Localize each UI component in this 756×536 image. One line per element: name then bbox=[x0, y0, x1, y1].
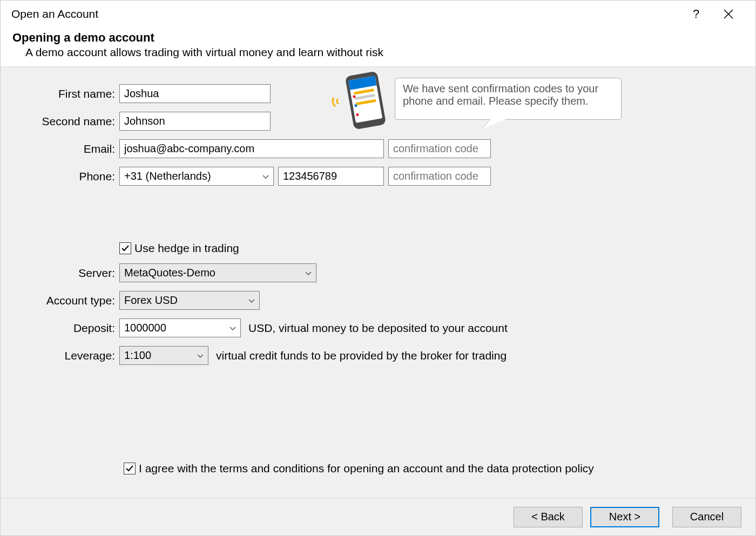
agree-checkbox[interactable] bbox=[124, 463, 136, 474]
server-select[interactable]: MetaQuotes-Demo bbox=[119, 263, 316, 282]
hedge-label: Use hedge in trading bbox=[134, 242, 239, 255]
chevron-down-icon bbox=[305, 269, 312, 277]
email-label: Email: bbox=[1, 143, 119, 155]
header-title: Opening a demo account bbox=[12, 31, 745, 45]
leverage-label: Leverage: bbox=[1, 349, 119, 362]
deposit-select[interactable]: 1000000 bbox=[119, 318, 241, 337]
second-name-label: Second name: bbox=[1, 115, 119, 128]
phone-label: Phone: bbox=[1, 170, 119, 183]
phone-confirmation-code-input[interactable] bbox=[388, 167, 491, 186]
server-label: Server: bbox=[1, 267, 119, 280]
phone-number-input[interactable] bbox=[278, 167, 384, 186]
dialog-header: Opening a demo account A demo account al… bbox=[1, 28, 755, 66]
next-button[interactable]: Next > bbox=[590, 507, 659, 527]
cancel-button[interactable]: Cancel bbox=[672, 507, 741, 527]
account-type-label: Account type: bbox=[1, 294, 119, 307]
close-icon[interactable] bbox=[712, 9, 745, 19]
deposit-label: Deposit: bbox=[1, 322, 119, 335]
chevron-down-icon bbox=[197, 351, 204, 360]
dialog-body: We have sent confirmation codes to your … bbox=[1, 67, 755, 498]
chevron-down-icon bbox=[262, 172, 269, 181]
title-bar: Open an Account ? bbox=[1, 1, 755, 28]
window-title: Open an Account bbox=[11, 8, 98, 21]
dialog-footer: < Back Next > Cancel bbox=[1, 498, 755, 535]
header-subtitle: A demo account allows trading with virtu… bbox=[25, 46, 745, 59]
leverage-hint: virtual credit funds to be provided by t… bbox=[216, 349, 507, 362]
back-button[interactable]: < Back bbox=[514, 507, 583, 527]
deposit-hint: USD, virtual money to be deposited to yo… bbox=[248, 322, 508, 335]
agree-label: I agree with the terms and conditions fo… bbox=[139, 462, 594, 475]
leverage-select[interactable]: 1:100 bbox=[119, 346, 208, 365]
first-name-input[interactable] bbox=[119, 84, 271, 103]
chevron-down-icon bbox=[230, 324, 236, 333]
hedge-checkbox[interactable] bbox=[119, 242, 131, 254]
phone-country-select[interactable]: +31 (Netherlands) bbox=[119, 167, 274, 186]
first-name-label: First name: bbox=[1, 87, 119, 100]
help-icon[interactable]: ? bbox=[680, 7, 712, 21]
chevron-down-icon bbox=[248, 296, 255, 305]
email-confirmation-code-input[interactable] bbox=[388, 139, 491, 158]
dialog-window: Open an Account ? Opening a demo account… bbox=[0, 0, 756, 536]
email-input[interactable] bbox=[119, 139, 384, 158]
second-name-input[interactable] bbox=[119, 112, 271, 131]
account-type-select[interactable]: Forex USD bbox=[119, 291, 260, 310]
